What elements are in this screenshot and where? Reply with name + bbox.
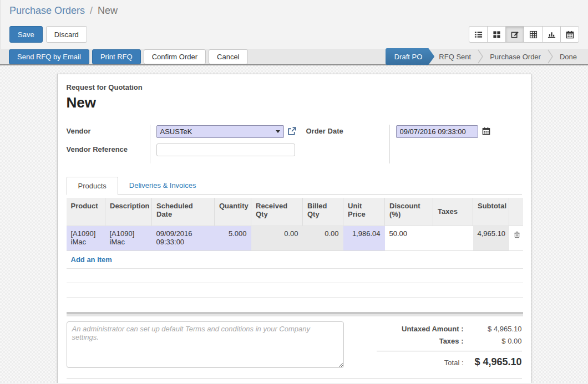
bottom-area: Untaxed Amount : $ 4,965.10 Taxes : $ 0.…: [67, 321, 522, 372]
send-rfq-by-email-button[interactable]: Send RFQ by Email: [9, 49, 89, 64]
table-footer-bar: [67, 312, 523, 316]
graph-icon: [548, 30, 556, 39]
calendar-icon: [566, 30, 574, 39]
form-edit-icon: [511, 30, 519, 39]
chevron-right-icon: [477, 49, 484, 64]
chevron-down-icon: [276, 130, 280, 133]
kanban-icon: [493, 30, 501, 39]
col-subtotal[interactable]: Subtotal: [473, 198, 509, 226]
main-content-background: Request for Quotation New Vendor Vendor …: [0, 65, 588, 383]
field-area: Vendor Vendor Reference ASUSTeK: [67, 125, 522, 163]
tab-deliveries-invoices[interactable]: Deliveries & Invoices: [118, 177, 207, 194]
add-item-row: Add an item: [67, 251, 523, 269]
col-quantity[interactable]: Quantity: [215, 198, 251, 226]
vendor-reference-label: Vendor Reference: [67, 145, 150, 163]
order-date-input[interactable]: [396, 125, 478, 138]
labels-column: Vendor Vendor Reference: [67, 125, 150, 163]
cell-description[interactable]: [A1090] iMac: [105, 226, 152, 250]
print-rfq-button[interactable]: Print RFQ: [92, 49, 141, 64]
record-toolbar: Save Discard: [9, 26, 87, 43]
view-switch-calendar-button[interactable]: [560, 26, 579, 43]
status-step-purchase-order[interactable]: Purchase Order: [486, 48, 544, 65]
discard-button[interactable]: Discard: [46, 26, 87, 43]
order-date-label: Order Date: [306, 127, 389, 145]
col-discount[interactable]: Discount (%): [385, 198, 433, 226]
list-icon: [474, 30, 483, 39]
col-product[interactable]: Product: [67, 198, 105, 226]
col-unit-price[interactable]: Unit Price: [343, 198, 385, 226]
cell-taxes[interactable]: [433, 226, 473, 250]
view-switcher: [469, 26, 579, 43]
cell-quantity[interactable]: 5.000: [215, 226, 251, 250]
sheet-bottom-space: [67, 379, 522, 383]
view-switch-pivot-button[interactable]: [524, 26, 543, 43]
untaxed-amount-label: Untaxed Amount :: [377, 325, 464, 333]
breadcrumb-parent-link[interactable]: Purchase Orders: [9, 5, 85, 16]
total-label: Total :: [377, 359, 464, 367]
empty-line: [67, 298, 523, 312]
cell-unit-price[interactable]: 1,986.04: [343, 226, 385, 250]
cell-subtotal: 4,965.10: [473, 226, 509, 250]
view-switch-form-button[interactable]: [505, 26, 524, 43]
external-link-icon[interactable]: [287, 126, 297, 137]
tab-products[interactable]: Products: [67, 177, 118, 195]
table-header-row: Product Description Scheduled Date Quant…: [67, 198, 523, 226]
delete-row-button[interactable]: [509, 226, 523, 250]
status-strip: Send RFQ by Email Print RFQ Confirm Orde…: [0, 49, 588, 65]
cell-discount[interactable]: 50.00: [385, 226, 433, 250]
order-lines-table: Product Description Scheduled Date Quant…: [67, 198, 523, 251]
status-step-draft-po[interactable]: Draft PO: [386, 48, 435, 65]
cell-received-qty: 0.00: [251, 226, 303, 250]
cell-product[interactable]: [A1090] iMac: [67, 226, 105, 250]
fields-column: ASUSTeK: [150, 125, 297, 163]
totals-divider: [377, 351, 522, 351]
workflow-actions: Send RFQ by Email Print RFQ Confirm Orde…: [0, 49, 248, 64]
statusbar: Draft PO RFQ Sent Purchase Order Done: [386, 48, 588, 65]
status-step-rfq-sent[interactable]: RFQ Sent: [435, 48, 474, 65]
total-value: $ 4,965.10: [464, 356, 522, 368]
col-description[interactable]: Description: [105, 198, 152, 226]
vendor-select[interactable]: ASUSTeK: [156, 125, 284, 138]
terms-conditions-textarea[interactable]: [67, 321, 344, 368]
top-header: Purchase Orders / New Save Discard: [0, 0, 588, 49]
col-taxes[interactable]: Taxes: [433, 198, 473, 226]
cancel-button[interactable]: Cancel: [209, 49, 247, 64]
chevron-right-icon: [547, 49, 554, 64]
cell-scheduled-date[interactable]: 09/09/2016 09:33:00: [152, 226, 215, 250]
vendor-select-value: ASUSTeK: [160, 127, 273, 136]
add-an-item-link[interactable]: Add an item: [71, 255, 112, 264]
field-group-right: Order Date: [306, 125, 490, 163]
totals-block: Untaxed Amount : $ 4,965.10 Taxes : $ 0.…: [377, 321, 522, 372]
col-actions: [509, 198, 523, 226]
breadcrumb-separator: /: [88, 5, 95, 16]
view-switch-kanban-button[interactable]: [487, 26, 506, 43]
breadcrumb-current: New: [98, 5, 118, 16]
notebook-tabs: Products Deliveries & Invoices: [67, 177, 522, 195]
document-type-label: Request for Quotation: [67, 83, 522, 91]
empty-line: [67, 269, 523, 283]
trash-icon: [514, 232, 520, 240]
field-group-left: Vendor Vendor Reference ASUSTeK: [67, 125, 306, 163]
col-scheduled-date[interactable]: Scheduled Date: [152, 198, 215, 226]
view-switch-graph-button[interactable]: [542, 26, 561, 43]
save-button[interactable]: Save: [9, 26, 43, 43]
labels-column-right: Order Date: [306, 125, 389, 163]
breadcrumb: Purchase Orders / New: [1, 0, 588, 17]
empty-line: [67, 283, 523, 298]
status-step-done[interactable]: Done: [556, 48, 580, 65]
confirm-order-button[interactable]: Confirm Order: [144, 49, 206, 64]
table-row: [A1090] iMac [A1090] iMac 09/09/2016 09:…: [67, 226, 523, 250]
form-sheet: Request for Quotation New Vendor Vendor …: [57, 74, 531, 383]
cell-billed-qty: 0.00: [303, 226, 343, 250]
vendor-label: Vendor: [67, 127, 150, 145]
col-billed-qty[interactable]: Billed Qty: [303, 198, 343, 226]
calendar-picker-icon[interactable]: [482, 127, 490, 137]
taxes-label: Taxes :: [377, 337, 464, 345]
pivot-icon: [529, 30, 538, 39]
taxes-value: $ 0.00: [464, 337, 522, 345]
vendor-reference-input[interactable]: [156, 144, 295, 156]
view-switch-list-button[interactable]: [469, 26, 488, 43]
fields-column-right: [389, 125, 490, 163]
col-received-qty[interactable]: Received Qty: [251, 198, 303, 226]
page-title: New: [67, 94, 522, 111]
